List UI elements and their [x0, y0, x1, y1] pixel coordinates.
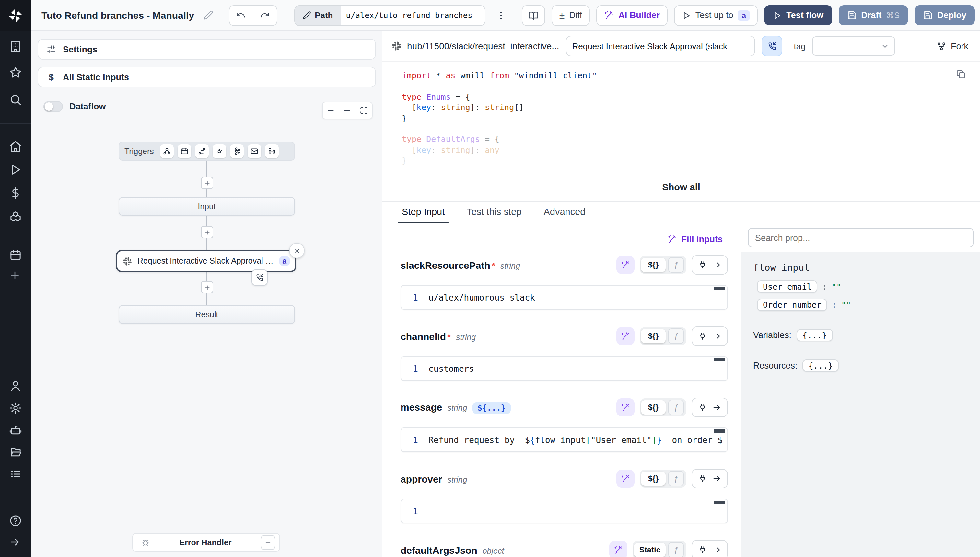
resources-expander[interactable]: {...}: [803, 360, 839, 372]
code-editor[interactable]: import * as wmill from "windmill-client"…: [382, 62, 980, 202]
static-mode-button[interactable]: Static: [634, 543, 666, 557]
ai-fill-wand-button[interactable]: [616, 327, 635, 345]
logs-list-icon[interactable]: [9, 467, 22, 480]
function-mode-icon[interactable]: ƒ: [668, 257, 684, 273]
fit-view-icon[interactable]: [360, 106, 368, 115]
tag-select[interactable]: [812, 36, 895, 56]
undo-button[interactable]: [229, 5, 252, 25]
flow-settings-button[interactable]: Settings: [38, 39, 376, 60]
test-flow-button[interactable]: Test flow: [764, 5, 832, 25]
prop-row-user-email[interactable]: User email : "": [757, 280, 969, 293]
windmill-logo-icon[interactable]: [0, 0, 31, 31]
http-route-icon[interactable]: [195, 145, 209, 158]
field-editor[interactable]: 1 Refund request by _${flow_input["User …: [400, 427, 728, 452]
variables-expander[interactable]: {...}: [797, 329, 833, 341]
diff-button[interactable]: ± Diff: [552, 5, 590, 26]
path-edit-button[interactable]: Path: [295, 5, 341, 25]
code-line: [key: string]: string[]: [402, 102, 980, 113]
expand-sidebar-arrow-icon[interactable]: [9, 536, 22, 549]
error-handler-node[interactable]: Error Handler: [132, 533, 280, 552]
redo-button[interactable]: [252, 5, 276, 25]
docs-book-button[interactable]: [522, 5, 545, 26]
show-all-button[interactable]: Show all: [653, 178, 709, 196]
settings-gear-icon[interactable]: [9, 402, 22, 415]
function-mode-icon[interactable]: ƒ: [668, 400, 684, 415]
account-user-icon[interactable]: [9, 379, 22, 393]
schedules-calendar-icon[interactable]: [9, 249, 22, 262]
dataflow-toggle[interactable]: [43, 101, 63, 112]
connect-input-button[interactable]: [692, 326, 728, 346]
connect-input-button[interactable]: [692, 469, 728, 489]
ai-builder-button[interactable]: AI Builder: [596, 5, 668, 26]
copy-code-icon[interactable]: [956, 69, 966, 79]
ai-fill-wand-button[interactable]: [609, 541, 628, 557]
all-static-inputs-button[interactable]: $ All Static Inputs: [38, 67, 376, 88]
add-plus-icon[interactable]: [9, 269, 22, 282]
function-mode-icon[interactable]: ƒ: [668, 328, 684, 344]
resources-row[interactable]: Resources: {...}: [753, 360, 969, 372]
slack-approval-step-node[interactable]: Request Interactive Slack Approval (... …: [116, 250, 296, 272]
hub-script-path[interactable]: hub/11500/slack/request_interactive...: [392, 41, 559, 51]
expression-mode-button[interactable]: ${}: [641, 329, 666, 343]
folders-icon[interactable]: [9, 446, 22, 459]
tab-test-this-step[interactable]: Test this step: [467, 207, 521, 223]
result-node[interactable]: Result: [119, 305, 295, 324]
variables-row[interactable]: Variables: {...}: [753, 329, 969, 341]
field-editor[interactable]: 1 customers: [400, 356, 728, 381]
step-name-input[interactable]: [566, 36, 755, 56]
connect-input-button[interactable]: [692, 540, 728, 557]
email-icon[interactable]: [248, 145, 261, 158]
tab-step-input[interactable]: Step Input: [402, 207, 444, 223]
deploy-button[interactable]: Deploy: [915, 5, 975, 25]
test-up-to-button[interactable]: Test up to a: [674, 5, 758, 26]
insert-step-plus-button[interactable]: [201, 281, 213, 293]
variables-dollar-icon[interactable]: [9, 187, 22, 199]
zoom-in-icon[interactable]: [327, 106, 335, 115]
expression-mode-button[interactable]: ${}: [641, 400, 666, 415]
fill-inputs-button[interactable]: Fill inputs: [663, 231, 728, 246]
field-editor[interactable]: 1: [400, 499, 728, 523]
ai-bot-icon[interactable]: [9, 423, 22, 436]
websocket-plug-icon[interactable]: [213, 145, 227, 158]
favorites-star-icon[interactable]: [9, 66, 22, 79]
ai-fill-wand-button[interactable]: [616, 398, 635, 417]
edit-title-pencil-icon[interactable]: [203, 10, 213, 20]
resources-boxes-icon[interactable]: [9, 210, 22, 223]
expression-mode-button[interactable]: ${}: [641, 472, 666, 486]
home-icon[interactable]: [9, 140, 22, 153]
prop-key[interactable]: User email: [757, 280, 818, 293]
tab-advanced[interactable]: Advanced: [544, 207, 585, 223]
kafka-icon[interactable]: [230, 145, 244, 158]
runs-play-icon[interactable]: [9, 163, 22, 176]
add-error-handler-button[interactable]: [261, 535, 276, 550]
schedule-calendar-icon[interactable]: [178, 145, 191, 158]
connect-input-button[interactable]: [692, 398, 728, 417]
expression-mode-button[interactable]: ${}: [641, 258, 666, 272]
webhook-icon[interactable]: [160, 145, 174, 158]
search-icon[interactable]: [9, 93, 22, 106]
connect-input-button[interactable]: [692, 255, 728, 275]
field-editor[interactable]: 1 u/alex/humorous_slack: [400, 285, 728, 309]
function-mode-icon[interactable]: ƒ: [668, 542, 684, 557]
path-input[interactable]: [341, 5, 485, 25]
insert-step-plus-button[interactable]: [201, 177, 213, 189]
input-node[interactable]: Input: [119, 197, 295, 216]
search-prop-input[interactable]: [748, 228, 973, 248]
function-mode-icon[interactable]: ƒ: [668, 471, 684, 486]
prop-key[interactable]: Order number: [757, 298, 827, 311]
fork-button[interactable]: Fork: [933, 41, 972, 51]
remove-step-button[interactable]: [289, 243, 305, 259]
draft-button[interactable]: Draft ⌘S: [838, 5, 908, 25]
more-menu-icon[interactable]: [496, 10, 506, 20]
insert-step-plus-button[interactable]: [201, 226, 213, 238]
workspace-icon[interactable]: [9, 40, 22, 53]
poll-watch-icon[interactable]: [265, 145, 279, 158]
prop-row-order-number[interactable]: Order number : "": [757, 298, 969, 311]
ai-fill-wand-button[interactable]: [616, 256, 635, 274]
triggers-node[interactable]: Triggers: [119, 142, 295, 161]
suspend-approval-phone-icon[interactable]: [252, 269, 268, 286]
zoom-out-icon[interactable]: [343, 106, 352, 115]
suspend-approval-phone-button[interactable]: [761, 36, 782, 56]
help-icon[interactable]: [9, 514, 22, 527]
ai-fill-wand-button[interactable]: [616, 469, 635, 488]
